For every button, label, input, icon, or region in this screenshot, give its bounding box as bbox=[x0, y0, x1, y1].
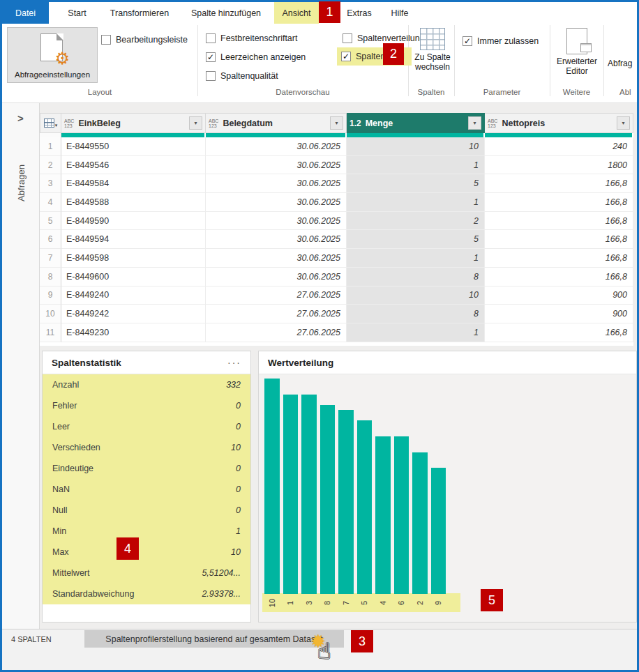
row-number[interactable]: 10 bbox=[40, 305, 61, 323]
filter-dropdown-button[interactable]: ▾ bbox=[468, 116, 481, 130]
distribution-bar-7[interactable] bbox=[338, 410, 354, 594]
stats-panel-menu-button[interactable]: ··· bbox=[227, 357, 241, 368]
cell-Nettopreis[interactable]: 166,8 bbox=[485, 174, 633, 193]
checkbox-festbreitenschriftart[interactable]: Festbreitenschriftart bbox=[206, 33, 297, 43]
cell-Nettopreis[interactable]: 166,8 bbox=[485, 268, 633, 287]
goto-column-button[interactable]: Zu Spalte wechseln bbox=[410, 28, 455, 72]
cell-EinkBeleg[interactable]: E-8449584 bbox=[61, 174, 206, 193]
annotation-badge-3: 3 bbox=[351, 630, 373, 652]
cell-Belegdatum[interactable]: 27.06.2025 bbox=[206, 323, 347, 342]
filter-dropdown-button[interactable]: ▾ bbox=[189, 116, 202, 130]
cell-Menge[interactable]: 5 bbox=[347, 174, 485, 193]
sidebar-vertical-label[interactable]: Abfragen bbox=[15, 165, 26, 201]
cell-EinkBeleg[interactable]: E-8449550 bbox=[61, 137, 206, 156]
checkbox-immer-zulassen[interactable]: ✓ Immer zulassen bbox=[463, 36, 539, 46]
cell-EinkBeleg[interactable]: E-8449242 bbox=[61, 305, 206, 323]
cell-EinkBeleg[interactable]: E-8449546 bbox=[61, 156, 206, 175]
cell-EinkBeleg[interactable]: E-8449600 bbox=[61, 268, 206, 287]
cell-Belegdatum[interactable]: 30.06.2025 bbox=[206, 137, 347, 156]
row-number[interactable]: 11 bbox=[40, 323, 61, 342]
distribution-bar-1[interactable] bbox=[283, 395, 299, 594]
cell-Nettopreis[interactable]: 240 bbox=[485, 137, 633, 156]
cell-Menge[interactable]: 2 bbox=[347, 212, 485, 231]
menu-tab-transformieren[interactable]: Transformieren bbox=[105, 2, 174, 24]
menu-tab-extras[interactable]: Extras bbox=[343, 2, 376, 24]
distribution-bar-3[interactable] bbox=[301, 395, 317, 594]
column-header-Belegdatum[interactable]: ABC123Belegdatum▾ bbox=[206, 113, 347, 133]
column-header-Nettopreis[interactable]: ABC123Nettopreis▾ bbox=[485, 113, 633, 133]
column-header-Menge[interactable]: 1.2Menge▾ bbox=[347, 113, 485, 133]
cell-Menge[interactable]: 8 bbox=[347, 305, 485, 323]
cell-Menge[interactable]: 10 bbox=[347, 137, 485, 156]
column-type-icon[interactable]: ABC123 bbox=[488, 119, 497, 128]
filter-dropdown-button[interactable]: ▾ bbox=[617, 116, 630, 130]
row-number[interactable]: 3 bbox=[40, 174, 61, 193]
distribution-bar-10[interactable] bbox=[264, 379, 280, 594]
advanced-editor-button[interactable]: Erweiterter Editor bbox=[552, 28, 602, 76]
column-type-icon[interactable]: ABC123 bbox=[64, 119, 74, 128]
column-header-EinkBeleg[interactable]: ABC123EinkBeleg▾ bbox=[61, 113, 206, 133]
cell-Nettopreis[interactable]: 166,8 bbox=[485, 230, 633, 249]
row-number[interactable]: 6 bbox=[40, 230, 61, 249]
checkbox-leerzeichen-anzeigen[interactable]: ✓ Leerzeichen anzeigen bbox=[206, 52, 306, 62]
expand-sidebar-chevron-icon[interactable]: > bbox=[2, 112, 39, 124]
distribution-bar-2[interactable] bbox=[412, 452, 428, 594]
cell-Menge[interactable]: 10 bbox=[347, 287, 485, 305]
cell-Belegdatum[interactable]: 30.06.2025 bbox=[206, 230, 347, 249]
row-number[interactable]: 9 bbox=[40, 287, 61, 305]
select-all-button[interactable]: ▾ bbox=[40, 113, 61, 133]
checkbox-spaltenqualitaet[interactable]: Spaltenqualität bbox=[206, 71, 278, 81]
cell-EinkBeleg[interactable]: E-8449240 bbox=[61, 287, 206, 305]
distribution-bar-4[interactable] bbox=[375, 436, 391, 594]
cell-Belegdatum[interactable]: 30.06.2025 bbox=[206, 156, 347, 175]
profiling-scope-button[interactable]: Spaltenprofilerstellung basierend auf ge… bbox=[84, 630, 344, 648]
menu-tab-ansicht[interactable]: Ansicht bbox=[274, 2, 319, 24]
cell-Belegdatum[interactable]: 30.06.2025 bbox=[206, 193, 347, 212]
row-number[interactable]: 5 bbox=[40, 212, 61, 231]
query-settings-button[interactable]: ⚙ Abfrageeinstellungen bbox=[7, 27, 98, 83]
cell-EinkBeleg[interactable]: E-8449230 bbox=[61, 323, 206, 342]
cell-Belegdatum[interactable]: 27.06.2025 bbox=[206, 287, 347, 305]
cell-Nettopreis[interactable]: 166,8 bbox=[485, 249, 633, 268]
cell-Menge[interactable]: 1 bbox=[347, 193, 485, 212]
row-number[interactable]: 8 bbox=[40, 268, 61, 287]
cell-Menge[interactable]: 1 bbox=[347, 323, 485, 342]
distribution-bar-9[interactable] bbox=[431, 468, 446, 594]
cell-Nettopreis[interactable]: 166,8 bbox=[485, 212, 633, 231]
cell-EinkBeleg[interactable]: E-8449588 bbox=[61, 193, 206, 212]
distribution-bar-6[interactable] bbox=[394, 436, 409, 594]
menu-tab-hilfe[interactable]: Hilfe bbox=[384, 2, 415, 24]
menu-tab-spalte-hinzufuegen[interactable]: Spalte hinzufügen bbox=[183, 2, 269, 24]
cell-EinkBeleg[interactable]: E-8449590 bbox=[61, 212, 206, 231]
distribution-bar-5[interactable] bbox=[357, 420, 373, 594]
filter-dropdown-button[interactable]: ▾ bbox=[330, 116, 343, 130]
cell-Nettopreis[interactable]: 166,8 bbox=[485, 193, 633, 212]
cell-Belegdatum[interactable]: 30.06.2025 bbox=[206, 174, 347, 193]
row-number[interactable]: 2 bbox=[40, 156, 61, 175]
cell-Menge[interactable]: 8 bbox=[347, 268, 485, 287]
row-number[interactable]: 4 bbox=[40, 193, 61, 212]
row-number[interactable]: 7 bbox=[40, 249, 61, 268]
cell-Belegdatum[interactable]: 27.06.2025 bbox=[206, 305, 347, 323]
cell-Menge[interactable]: 1 bbox=[347, 156, 485, 175]
row-number[interactable]: 1 bbox=[40, 137, 61, 156]
cell-EinkBeleg[interactable]: E-8449594 bbox=[61, 230, 206, 249]
checkbox-bearbeitungsleiste[interactable]: Bearbeitungsleiste bbox=[101, 35, 188, 45]
column-type-icon[interactable]: 1.2 bbox=[349, 119, 361, 128]
menu-tab-start[interactable]: Start bbox=[61, 2, 93, 24]
cell-Menge[interactable]: 1 bbox=[347, 249, 485, 268]
cell-Nettopreis[interactable]: 1800 bbox=[485, 156, 633, 175]
cell-EinkBeleg[interactable]: E-8449598 bbox=[61, 249, 206, 268]
cell-Nettopreis[interactable]: 900 bbox=[485, 287, 633, 305]
cell-Nettopreis[interactable]: 166,8 bbox=[485, 323, 633, 342]
queries-button-clipped[interactable]: Abfrag bbox=[608, 59, 637, 68]
cell-Belegdatum[interactable]: 30.06.2025 bbox=[206, 212, 347, 231]
cell-Nettopreis[interactable]: 900 bbox=[485, 305, 633, 323]
menu-tab-datei[interactable]: Datei bbox=[2, 2, 49, 24]
advanced-editor-icon bbox=[566, 28, 587, 54]
distribution-bar-8[interactable] bbox=[320, 405, 336, 594]
column-type-icon[interactable]: ABC123 bbox=[209, 119, 218, 128]
cell-Menge[interactable]: 5 bbox=[347, 230, 485, 249]
cell-Belegdatum[interactable]: 30.06.2025 bbox=[206, 268, 347, 287]
cell-Belegdatum[interactable]: 30.06.2025 bbox=[206, 249, 347, 268]
